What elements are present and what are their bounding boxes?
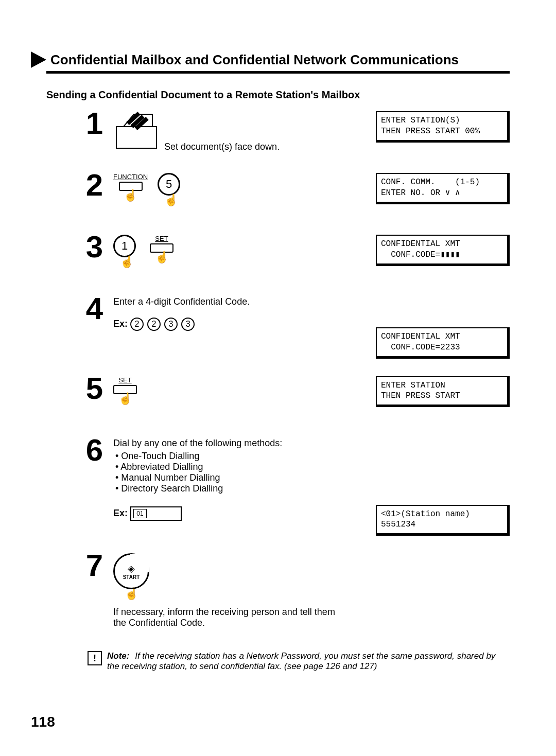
lcd-display: CONFIDENTIAL XMT CONF.CODE=2233 — [376, 327, 510, 359]
keypad-digit[interactable]: 3 — [181, 318, 195, 331]
note: ! Note: If the receiving station has a N… — [88, 651, 510, 672]
set-button[interactable]: SET ☝ — [113, 376, 137, 405]
one-touch-key[interactable]: 01 — [130, 506, 182, 521]
divider — [46, 71, 510, 74]
keypad-digit[interactable]: 3 — [164, 318, 178, 331]
step-number: 2 — [72, 170, 113, 201]
hand-press-icon: ☝ — [164, 195, 178, 206]
example-label: Ex: — [113, 319, 128, 329]
step-5: 5 SET ☝ ENTER STATION THEN PRESS START — [31, 376, 510, 428]
step-number: 1 — [72, 108, 113, 139]
step-number: 7 — [72, 550, 113, 581]
section-subtitle: Sending a Confidential Document to a Rem… — [46, 89, 510, 101]
keypad-5-button[interactable]: 5 ☝ — [158, 173, 184, 206]
hand-press-icon: ☝ — [124, 190, 137, 201]
step-2: 2 FUNCTION ☝ 5 ☝ CONF. COMM. (1-5) ENTER… — [31, 173, 510, 224]
step-6: 6 Dial by any one of the following metho… — [31, 438, 510, 543]
step-number: 4 — [72, 293, 113, 324]
step-1: 1 Set document(s) face down. ENTER STATI… — [31, 111, 510, 163]
step-4: 4 Enter a 4-digit Confidential Code. Ex:… — [31, 296, 510, 366]
keypad-1-button[interactable]: 1 ☝ — [113, 235, 140, 268]
list-item: One-Touch Dialling — [115, 451, 366, 462]
page-title: Confidential Mailbox and Confidential Ne… — [50, 52, 459, 68]
lcd-display: ENTER STATION THEN PRESS START — [376, 376, 510, 408]
note-text: If the receiving station has a Network P… — [107, 651, 495, 671]
note-label: Note: — [107, 651, 129, 661]
document-feeder-icon — [113, 111, 160, 152]
step-6-text: Dial by any one of the following methods… — [113, 438, 366, 449]
lcd-display: CONFIDENTIAL XMT CONF.CODE=▮▮▮▮ — [376, 235, 510, 266]
step-number: 5 — [72, 373, 113, 404]
dial-methods-list: One-Touch Dialling Abbreviated Dialling … — [115, 451, 366, 494]
note-icon: ! — [88, 651, 102, 665]
page: Confidential Mailbox and Confidential Ne… — [0, 0, 556, 692]
keypad-digit[interactable]: 2 — [130, 318, 144, 331]
start-icon: ◈ — [128, 563, 135, 574]
hand-press-icon: ☝ — [125, 588, 138, 600]
section-header: Confidential Mailbox and Confidential Ne… — [31, 51, 510, 68]
hand-press-icon: ☝ — [155, 252, 169, 263]
lcd-display: CONF. COMM. (1-5) ENTER NO. OR ∨ ∧ — [376, 173, 510, 204]
step-number: 6 — [72, 435, 113, 466]
set-button[interactable]: SET ☝ — [150, 235, 173, 263]
list-item: Abbreviated Dialling — [115, 462, 366, 472]
step-number: 3 — [72, 232, 113, 262]
svg-rect-0 — [116, 127, 157, 148]
list-item: Manual Number Dialling — [115, 472, 366, 483]
start-button[interactable]: ◈ START — [113, 553, 149, 589]
step-7-text: If necessary, inform the receiving perso… — [113, 607, 350, 628]
hand-press-icon: ☝ — [118, 393, 132, 405]
step-1-text: Set document(s) face down. — [164, 142, 280, 152]
step-7: 7 ◈ START ☝ If necessary, inform the rec… — [31, 553, 510, 630]
step-3: 3 1 ☝ SET ☝ CONFIDENTIAL XMT CONF.CODE=▮… — [31, 235, 510, 286]
function-button[interactable]: FUNCTION ☝ — [113, 173, 148, 201]
list-item: Directory Search Dialling — [115, 483, 366, 494]
pointer-icon — [31, 51, 46, 68]
keypad-digit[interactable]: 2 — [147, 318, 161, 331]
lcd-display: ENTER STATION(S) THEN PRESS START 00% — [376, 111, 510, 143]
step-4-text: Enter a 4-digit Confidential Code. — [113, 296, 366, 307]
example-label: Ex: — [113, 507, 128, 518]
page-number: 118 — [31, 714, 55, 730]
hand-press-icon: ☝ — [120, 256, 134, 268]
lcd-display: <01>(Station name) 5551234 — [376, 505, 510, 536]
